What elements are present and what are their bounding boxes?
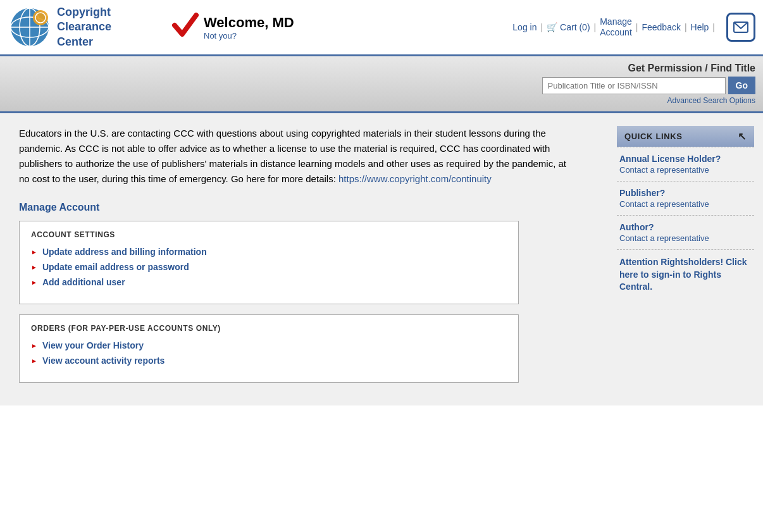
nav-area: Log in | 🛒 Cart (0) | Manage Account | F…: [512, 13, 755, 42]
bullet-arrow-icon: ►: [31, 279, 37, 286]
feedback-link[interactable]: Feedback: [642, 22, 680, 32]
search-container: Get Permission / Find Title Go Advanced …: [542, 63, 755, 105]
manage-account-nav-link[interactable]: Manage Account: [600, 16, 632, 38]
not-you-link[interactable]: Not you?: [204, 31, 294, 40]
cart-link[interactable]: 🛒 Cart (0): [547, 22, 590, 32]
search-row: Go: [542, 77, 755, 94]
publisher-link[interactable]: Publisher?: [619, 188, 752, 198]
search-input[interactable]: [542, 77, 726, 94]
pandemic-link[interactable]: https://www.copyright.com/continuity: [338, 173, 492, 184]
quick-links-annual: Annual License Holder? Contact a represe…: [617, 147, 754, 181]
list-item: ► View account activity reports: [31, 356, 507, 366]
go-button[interactable]: Go: [728, 77, 755, 94]
welcome-text-block: Welcome, MD Not you?: [204, 15, 294, 40]
list-item: ► View your Order History: [31, 340, 507, 350]
update-address-link[interactable]: Update address and billing information: [42, 247, 207, 257]
orders-title: ORDERS (FOR PAY-PER-USE ACCOUNTS ONLY): [31, 324, 507, 333]
orders-list: ► View your Order History ► View account…: [31, 340, 507, 366]
email-icon: [733, 22, 748, 33]
main-content: Educators in the U.S. are contacting CCC…: [0, 113, 763, 405]
publisher-sub: Contact a representative: [619, 199, 752, 209]
checkmark-icon: [172, 10, 199, 44]
rightsholders-link[interactable]: Attention Rightsholders! Click here to s…: [619, 257, 747, 292]
annual-license-link[interactable]: Annual License Holder?: [619, 154, 752, 164]
author-link[interactable]: Author?: [619, 222, 752, 232]
sidebar: QUICK LINKS ↖ Annual License Holder? Con…: [608, 113, 763, 405]
login-link[interactable]: Log in: [512, 22, 537, 32]
bullet-arrow-icon: ►: [31, 264, 37, 271]
account-settings-box: ACCOUNT SETTINGS ► Update address and bi…: [19, 221, 519, 304]
content-area: Educators in the U.S. are contacting CCC…: [0, 113, 608, 405]
search-bar: Get Permission / Find Title Go Advanced …: [0, 56, 763, 113]
activity-reports-link[interactable]: View account activity reports: [42, 356, 164, 366]
manage-account-heading[interactable]: Manage Account: [19, 202, 595, 213]
bullet-arrow-icon: ►: [31, 357, 37, 364]
list-item: ► Update email address or password: [31, 262, 507, 272]
quick-links-label: QUICK LINKS: [624, 132, 683, 141]
annual-license-sub: Contact a representative: [619, 165, 752, 175]
quick-links-publisher: Publisher? Contact a representative: [617, 181, 754, 215]
header: Copyright Clearance Center Welcome, MD N…: [0, 0, 763, 56]
bullet-arrow-icon: ►: [31, 249, 37, 256]
list-item: ► Add additional user: [31, 277, 507, 287]
cart-icon: 🛒: [547, 22, 557, 32]
help-link[interactable]: Help: [691, 22, 709, 32]
author-sub: Contact a representative: [619, 233, 752, 243]
logo-icon: [8, 5, 52, 49]
order-history-link[interactable]: View your Order History: [42, 340, 144, 350]
pandemic-notice: Educators in the U.S. are contacting CCC…: [19, 126, 569, 187]
annual-contact-link[interactable]: Contact a representative: [619, 165, 709, 175]
quick-links-author: Author? Contact a representative: [617, 215, 754, 249]
account-settings-list: ► Update address and billing information…: [31, 247, 507, 287]
logo-area: Copyright Clearance Center: [8, 5, 153, 49]
account-settings-title: ACCOUNT SETTINGS: [31, 230, 507, 239]
quick-links-header: QUICK LINKS ↖: [617, 126, 754, 147]
welcome-title: Welcome, MD: [204, 15, 294, 31]
quick-links-rightsholders: Attention Rightsholders! Click here to s…: [617, 249, 754, 300]
update-email-link[interactable]: Update email address or password: [42, 262, 189, 272]
list-item: ► Update address and billing information: [31, 247, 507, 257]
add-user-link[interactable]: Add additional user: [42, 277, 125, 287]
cursor-icon: ↖: [738, 130, 747, 142]
search-label: Get Permission / Find Title: [628, 63, 755, 74]
publisher-contact-link[interactable]: Contact a representative: [619, 199, 709, 209]
email-icon-button[interactable]: [726, 13, 755, 42]
bullet-arrow-icon: ►: [31, 342, 37, 349]
manage-account-section: Manage Account ACCOUNT SETTINGS ► Update…: [19, 202, 595, 383]
welcome-area: Welcome, MD Not you?: [172, 10, 500, 44]
orders-box: ORDERS (FOR PAY-PER-USE ACCOUNTS ONLY) ►…: [19, 314, 519, 383]
advanced-search-link[interactable]: Advanced Search Options: [667, 96, 755, 105]
logo-text: Copyright Clearance Center: [57, 5, 111, 49]
author-contact-link[interactable]: Contact a representative: [619, 233, 709, 243]
